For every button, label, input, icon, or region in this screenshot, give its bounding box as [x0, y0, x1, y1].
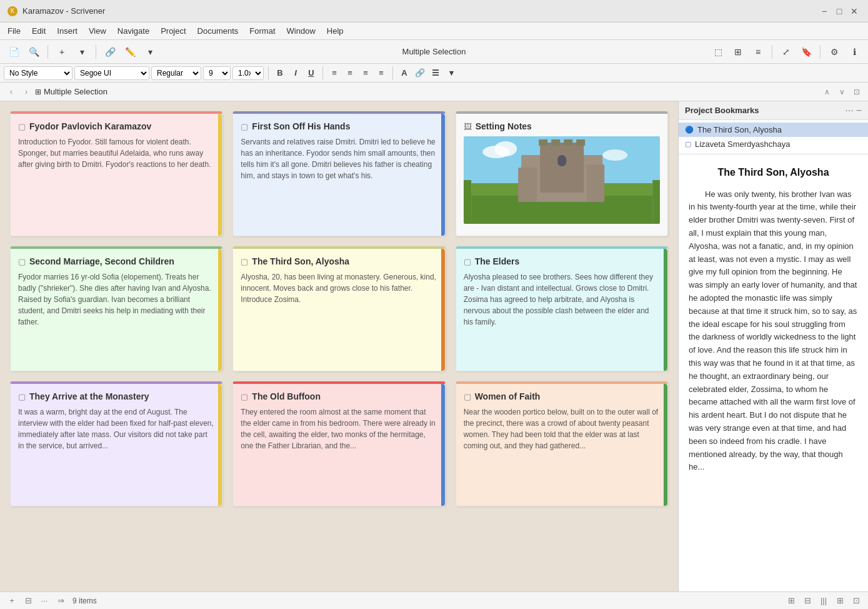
status-bar-right: ⊞ ⊟ ||| ⊞ ⊡	[784, 594, 863, 608]
card-first-son[interactable]: ▢ First Son Off His Hands Servants and r…	[232, 111, 445, 236]
card-third-son[interactable]: ▢ The Third Son, Alyosha Alyosha, 20, ha…	[232, 246, 445, 371]
add-item-button[interactable]: +	[5, 594, 19, 608]
panel-close-button[interactable]: −	[856, 105, 862, 116]
font-select[interactable]: Segoe UI	[74, 66, 149, 80]
link-format-button[interactable]: 🔗	[413, 66, 427, 80]
card-body: They entered the room almost at the same…	[241, 406, 437, 451]
chevron-down-button[interactable]: ▾	[73, 43, 91, 61]
chevron-down-2-button[interactable]: ▾	[141, 43, 159, 61]
bookmark-lizaveta[interactable]: ▢ Lizaveta Smerdyashchaya	[679, 137, 868, 151]
list-button[interactable]: ☰	[429, 66, 442, 80]
view-list-button[interactable]: ≡	[749, 43, 767, 61]
underline-button[interactable]: U	[304, 66, 318, 80]
spacing-select[interactable]: 1.0x	[232, 66, 264, 80]
menu-window[interactable]: Window	[282, 25, 321, 37]
toolbar-sep-1	[47, 45, 48, 59]
nav-forward-button[interactable]: ›	[20, 86, 32, 98]
svg-point-14	[602, 149, 627, 161]
align-left-button[interactable]: ≡	[327, 66, 341, 80]
format-sep-1	[268, 66, 269, 80]
search-button[interactable]: 🔍	[25, 43, 42, 61]
card-old-buffoon[interactable]: ▢ The Old Buffoon They entered the room …	[232, 381, 445, 506]
bookmark-label-2: Lizaveta Smerdyashchaya	[695, 139, 790, 149]
panel-more-button[interactable]: ···	[845, 105, 853, 116]
svg-rect-4	[540, 143, 584, 193]
card-color-bar	[218, 249, 222, 371]
align-right-button[interactable]: ≡	[359, 66, 372, 80]
more-options-button[interactable]: ···	[37, 594, 51, 608]
view-cork-status[interactable]: ⊞	[833, 594, 847, 608]
menu-edit[interactable]: Edit	[27, 25, 51, 37]
bookmark-third-son[interactable]: 🔵 The Third Son, Alyosha	[679, 123, 868, 137]
right-panel-title: Project Bookmarks	[685, 106, 759, 115]
view-single-button[interactable]: ⬚	[709, 43, 727, 61]
weight-select[interactable]: Regular	[151, 66, 201, 80]
card-body: Introduction to Fyodor. Still famous for…	[18, 136, 214, 170]
list-chevron-button[interactable]: ▾	[444, 66, 458, 80]
card-title: First Son Off His Hands	[252, 121, 350, 131]
app-icon: K	[7, 6, 17, 16]
menu-help[interactable]: Help	[322, 25, 349, 37]
style-select[interactable]: No Style	[4, 66, 72, 80]
content-title: The Third Son, Alyosha	[689, 164, 858, 181]
close-button[interactable]: ✕	[848, 5, 861, 18]
document-icon: ▢	[241, 257, 248, 266]
edit-button[interactable]: ✏️	[121, 43, 139, 61]
card-second-marriage[interactable]: ▢ Second Marriage, Second Children Fyodo…	[10, 246, 222, 371]
toolbar-sep-4	[820, 45, 821, 59]
menu-view[interactable]: View	[84, 25, 111, 37]
split-view-button[interactable]: ⊡	[851, 86, 863, 98]
card-header: ▢ Fyodor Pavlovich Karamazov	[18, 121, 214, 131]
card-header: ▢ The Third Son, Alyosha	[241, 256, 437, 266]
size-select[interactable]: 9	[203, 66, 231, 80]
card-monastery[interactable]: ▢ They Arrive at the Monastery It was a …	[10, 381, 222, 506]
add-button[interactable]: +	[53, 43, 71, 61]
bookmark-button[interactable]: 🔖	[797, 43, 815, 61]
view-column-status[interactable]: |||	[817, 594, 831, 608]
menu-navigate[interactable]: Navigate	[112, 25, 154, 37]
trash-button[interactable]: ⇒	[54, 594, 67, 608]
text-color-button[interactable]: A	[397, 66, 411, 80]
breadcrumb-label: Multiple Selection	[44, 87, 107, 96]
toolbar-center: Multiple Selection	[161, 46, 707, 58]
window-controls[interactable]: − □ ✕	[818, 5, 861, 18]
menu-documents[interactable]: Documents	[192, 25, 244, 37]
format-sep-3	[392, 66, 393, 80]
minimize-button[interactable]: −	[818, 5, 831, 18]
italic-button[interactable]: I	[289, 66, 302, 80]
settings-button[interactable]: ⚙	[826, 43, 843, 61]
info-button[interactable]: ℹ	[846, 43, 863, 61]
card-title: Second Marriage, Second Children	[29, 256, 174, 266]
card-elders[interactable]: ▢ The Elders Alyosha pleased to see brot…	[456, 246, 668, 371]
view-outline-status[interactable]: ⊡	[849, 594, 863, 608]
card-women-faith[interactable]: ▢ Women of Faith Near the wooden portico…	[456, 381, 668, 506]
menu-file[interactable]: File	[2, 25, 26, 37]
new-document-button[interactable]: 📄	[5, 43, 22, 61]
nav-back-button[interactable]: ‹	[5, 86, 17, 98]
menu-format[interactable]: Format	[244, 25, 280, 37]
link-button[interactable]: 🔗	[101, 43, 119, 61]
card-fyodor[interactable]: ▢ Fyodor Pavlovich Karamazov Introductio…	[10, 111, 222, 236]
card-title: Setting Notes	[476, 121, 532, 131]
external-editor-button[interactable]: ⤢	[777, 43, 795, 61]
sort-desc-button[interactable]: ∨	[836, 86, 848, 98]
align-center-button[interactable]: ≡	[343, 66, 357, 80]
window-title: Karamazov - Scrivener	[22, 6, 105, 16]
svg-rect-11	[587, 164, 604, 202]
card-title: The Old Buffoon	[252, 391, 321, 401]
status-bar-left: + ⊟ ··· ⇒ 9 items	[5, 594, 97, 608]
corkboard-area: ▢ Fyodor Pavlovich Karamazov Introductio…	[0, 101, 678, 591]
sort-asc-button[interactable]: ∧	[821, 86, 833, 98]
card-setting-notes[interactable]: 🖼 Setting Notes	[456, 111, 668, 236]
document-icon: ▢	[18, 257, 26, 266]
view-list-status[interactable]: ⊟	[801, 594, 814, 608]
view-grid-status[interactable]: ⊞	[784, 594, 798, 608]
menu-project[interactable]: Project	[156, 25, 191, 37]
bold-button[interactable]: B	[273, 66, 287, 80]
menu-insert[interactable]: Insert	[52, 25, 82, 37]
maximize-button[interactable]: □	[833, 5, 846, 18]
add-group-button[interactable]: ⊟	[21, 594, 35, 608]
align-justify-button[interactable]: ≡	[374, 66, 388, 80]
view-grid-button[interactable]: ⊞	[729, 43, 747, 61]
card-title: The Elders	[475, 256, 520, 266]
